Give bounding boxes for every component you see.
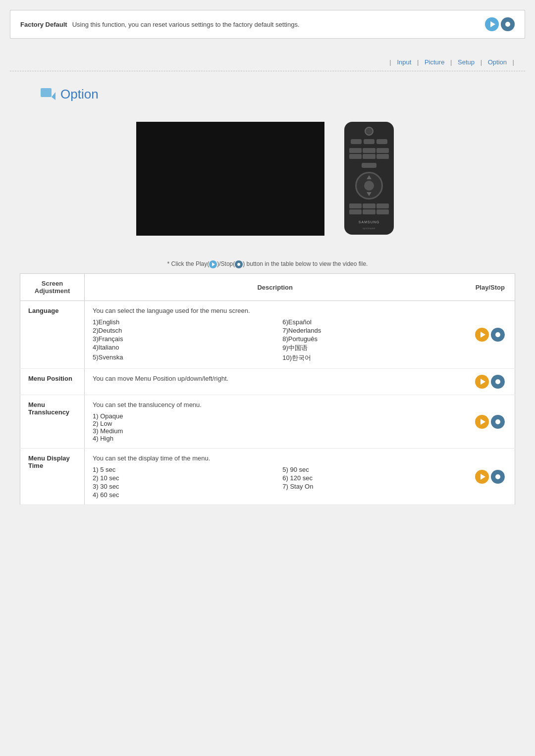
click-instruction: * Click the Play()/Stop() button in the … (10, 260, 525, 268)
lang-opt-8: 8)Português (282, 335, 457, 343)
dt-opt-6: 6) 120 sec (282, 474, 457, 482)
translucency-options: 1) Opaque 2) Low 3) Medium 4) High (93, 412, 458, 442)
language-description: You can select the language used for the… (93, 307, 458, 314)
trans-opt-4: 4) High (93, 435, 458, 442)
menu-translucency-description: You can set the translucency of menu. (93, 401, 458, 408)
remote-dpad-inner (364, 181, 374, 191)
svg-rect-0 (41, 88, 52, 97)
table-row: MenuTranslucency You can set the translu… (20, 395, 515, 449)
play-inline-icon (209, 260, 217, 268)
col-description: Description (85, 274, 466, 301)
nav-separator: | (513, 58, 514, 66)
option-icon (40, 86, 55, 102)
nav-option[interactable]: Option (488, 58, 507, 66)
factory-default-text: Factory Default Using this function, you… (20, 21, 300, 28)
page-title: Option (60, 87, 99, 102)
nav-separator: | (450, 58, 452, 66)
nav-input[interactable]: Input (397, 58, 411, 66)
menu-position-description: You can move Menu Position up/down/left/… (93, 375, 458, 382)
row-label-language: Language (20, 301, 85, 369)
dt-opt-4: 4) 60 sec (93, 491, 268, 499)
video-display (136, 122, 324, 236)
dt-opt-7: 7) Stay On (282, 483, 457, 490)
table-header-row: Screen Adjustment Description Play/Stop (20, 274, 515, 301)
remote-samsung-logo: SAMSUNG (359, 220, 379, 224)
dt-opt-empty (282, 491, 457, 499)
row-desc-menu-translucency: You can set the translucency of menu. 1)… (85, 395, 466, 449)
lang-opt-6: 6)Español (282, 318, 457, 326)
menu-translucency-stop-btn[interactable] (491, 415, 505, 429)
nav-picture[interactable]: Picture (425, 58, 444, 66)
language-stop-btn[interactable] (491, 328, 505, 342)
nav-setup[interactable]: Setup (458, 58, 475, 66)
trans-opt-3: 3) Medium (93, 427, 458, 435)
table-row: Language You can select the language use… (20, 301, 515, 369)
remote-btn-1 (351, 139, 362, 144)
col-screen-adjustment: Screen Adjustment (20, 274, 85, 301)
col-play-stop: Play/Stop (466, 274, 515, 301)
nav-separator: | (389, 58, 391, 66)
table-row: Menu DisplayTime You can set the display… (20, 449, 515, 505)
menu-display-time-stop-btn[interactable] (491, 470, 505, 484)
trans-opt-1: 1) Opaque (93, 412, 458, 420)
remote-dpad (355, 172, 383, 200)
dt-opt-2: 2) 10 sec (93, 474, 268, 482)
lang-opt-5: 5)Svenska (93, 353, 268, 362)
remote-power-button (365, 127, 374, 136)
banner-play-icon[interactable] (485, 17, 499, 31)
factory-default-description: Using this function, you can reset vario… (72, 21, 300, 28)
remote-body: SAMSUNG syncmaster (344, 122, 394, 235)
factory-default-label: Factory Default (20, 21, 67, 28)
row-play-stop-menu-display-time[interactable] (466, 449, 515, 505)
row-play-stop-language[interactable] (466, 301, 515, 369)
language-play-btn[interactable] (475, 328, 489, 342)
menu-display-time-play-stop[interactable] (474, 470, 507, 484)
menu-translucency-play-stop[interactable] (474, 415, 507, 429)
display-time-options: 1) 5 sec 5) 90 sec 2) 10 sec 6) 120 sec … (93, 466, 458, 499)
dt-opt-1: 1) 5 sec (93, 466, 268, 473)
lang-opt-9: 9)中国语 (282, 344, 457, 353)
dt-opt-3: 3) 30 sec (93, 483, 268, 490)
lang-opt-1: 1)English (93, 318, 268, 326)
trans-opt-2: 2) Low (93, 420, 458, 427)
lang-opt-10: 10)한국어 (282, 353, 457, 362)
language-options: 1)English 6)Español 2)Deutsch 7)Nederlan… (93, 318, 458, 362)
table-row: Menu Position You can move Menu Position… (20, 369, 515, 395)
remote-brand-subtext: syncmaster (363, 227, 375, 230)
menu-position-play-btn[interactable] (475, 375, 489, 389)
menu-position-stop-btn[interactable] (491, 375, 505, 389)
banner-play-stop[interactable] (485, 17, 515, 31)
options-table: Screen Adjustment Description Play/Stop … (20, 273, 515, 505)
row-label-menu-display-time: Menu DisplayTime (20, 449, 85, 505)
remote-top-buttons (351, 139, 387, 144)
lang-opt-2: 2)Deutsch (93, 327, 268, 334)
menu-display-time-play-btn[interactable] (475, 470, 489, 484)
menu-translucency-play-btn[interactable] (475, 415, 489, 429)
remote-control: SAMSUNG syncmaster (339, 122, 399, 235)
remote-num-grid (349, 148, 389, 159)
menu-position-play-stop[interactable] (474, 375, 507, 389)
lang-opt-4: 4)Italiano (93, 344, 268, 353)
remote-btn-3 (376, 139, 387, 144)
nav-separator: | (481, 58, 482, 66)
row-play-stop-menu-translucency[interactable] (466, 395, 515, 449)
remote-btn-2 (364, 139, 374, 144)
nav-bar: | Input | Picture | Setup | Option | (10, 53, 525, 71)
language-play-stop[interactable] (474, 328, 507, 342)
row-label-menu-position: Menu Position (20, 369, 85, 395)
remote-center-btn (362, 163, 376, 168)
menu-display-time-description: You can set the display time of the menu… (93, 454, 458, 462)
row-desc-language: You can select the language used for the… (85, 301, 466, 369)
remote-bottom-grid (349, 203, 389, 214)
data-table-wrapper: Screen Adjustment Description Play/Stop … (10, 273, 525, 525)
stop-inline-icon (235, 260, 243, 268)
factory-default-banner: Factory Default Using this function, you… (10, 10, 525, 39)
banner-stop-icon[interactable] (501, 17, 515, 31)
row-desc-menu-position: You can move Menu Position up/down/left/… (85, 369, 466, 395)
media-section: SAMSUNG syncmaster (10, 112, 525, 246)
row-play-stop-menu-position[interactable] (466, 369, 515, 395)
row-label-menu-translucency: MenuTranslucency (20, 395, 85, 449)
svg-marker-1 (52, 92, 55, 100)
lang-opt-7: 7)Nederlands (282, 327, 457, 334)
nav-separator: | (417, 58, 419, 66)
